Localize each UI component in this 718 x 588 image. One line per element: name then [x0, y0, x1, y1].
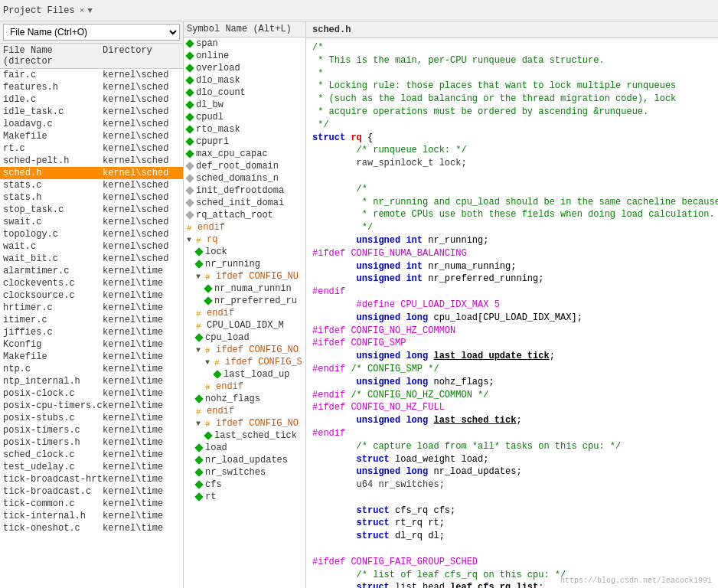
list-item[interactable]: fair.ckernel\sched [0, 69, 183, 81]
list-item[interactable]: stop_task.ckernel\sched [0, 204, 183, 216]
list-item[interactable]: idle.ckernel\sched [0, 93, 183, 106]
list-item[interactable]: itimer.ckernel\time [0, 314, 183, 326]
tree-item[interactable]: init_defrootdoma [184, 185, 305, 197]
list-item[interactable]: sched_clock.ckernel\time [0, 449, 183, 461]
tree-item[interactable]: last_load_up [184, 368, 305, 381]
project-files-title: Project Files [3, 5, 75, 16]
list-item[interactable]: posix-timers.ckernel\time [0, 424, 183, 436]
list-item[interactable]: tick-oneshot.ckernel\time [0, 522, 183, 534]
tree-item[interactable]: rq_attach_root [184, 209, 305, 221]
file-table-header: File Name (director Directory [0, 44, 183, 69]
file-dir: kernel\time [103, 511, 180, 521]
file-dir: kernel\sched [103, 180, 180, 191]
tree-item[interactable]: nr_switches [184, 466, 305, 479]
code-area[interactable]: /* * This is the main, per-CPU runqueue … [306, 38, 718, 588]
tree-item[interactable]: cpu_load [184, 332, 305, 344]
tree-item[interactable]: ▼#ifdef CONFIG_NO [184, 344, 305, 356]
list-item[interactable]: jiffies.ckernel\time [0, 326, 183, 338]
tree-item[interactable]: ▼#ifdef CONFIG_NO [184, 417, 305, 430]
tree-item[interactable]: lock [184, 246, 305, 258]
list-item[interactable]: test_udelay.ckernel\time [0, 461, 183, 473]
tree-item[interactable]: dlo_mask [184, 74, 305, 87]
tree-item[interactable]: dlo_count [184, 87, 305, 99]
tree-item[interactable]: #endif [184, 307, 305, 319]
close-icon[interactable]: × [80, 6, 85, 15]
tree-item[interactable]: rto_mask [184, 123, 305, 136]
file-dir: kernel\sched [103, 204, 180, 215]
tree-label: dlo_count [196, 87, 246, 98]
tree-item[interactable]: nohz_flags [184, 393, 305, 405]
list-item[interactable]: Kconfigkernel\time [0, 338, 183, 351]
tree-item[interactable]: dl_bw [184, 99, 305, 111]
tree-item[interactable]: sched_domains_n [184, 172, 305, 185]
tree-item[interactable]: ▼#ifdef CONFIG_S [184, 356, 305, 368]
list-item[interactable]: swait.ckernel\sched [0, 216, 183, 228]
list-item[interactable]: tick-broadcast-hrtimkernel\time [0, 473, 183, 485]
list-item[interactable]: stats.ckernel\sched [0, 179, 183, 191]
file-dir: kernel\sched [103, 94, 180, 105]
file-name-select[interactable]: File Name (Ctrl+O) [3, 24, 180, 41]
list-item[interactable]: clocksource.ckernel\time [0, 289, 183, 302]
file-name: Makefile [3, 351, 103, 362]
list-item[interactable]: posix-cpu-timers.ckernel\time [0, 400, 183, 412]
file-name: clockevents.c [3, 278, 103, 289]
list-item[interactable]: Makefilekernel\time [0, 351, 183, 363]
list-item[interactable]: stats.hkernel\sched [0, 191, 183, 204]
list-item[interactable]: rt.ckernel\sched [0, 142, 183, 155]
tree-item[interactable]: last_sched_tick [184, 430, 305, 442]
list-item[interactable]: hrtimer.ckernel\time [0, 302, 183, 314]
tree-item[interactable]: nr_load_updates [184, 454, 305, 466]
list-item[interactable]: tick-common.ckernel\time [0, 498, 183, 510]
list-item[interactable]: sched.hkernel\sched [0, 167, 183, 179]
list-item[interactable]: ntp.ckernel\time [0, 363, 183, 375]
diamond-green-icon [185, 137, 194, 145]
list-item[interactable]: wait.ckernel\sched [0, 240, 183, 253]
tree-item[interactable]: cfs [184, 479, 305, 491]
list-item[interactable]: posix-clock.ckernel\time [0, 387, 183, 400]
expand-icon[interactable]: ▼ [196, 346, 204, 354]
expand-icon[interactable]: ▼ [196, 273, 204, 280]
tree-item[interactable]: overload [184, 62, 305, 74]
tree-item[interactable]: #endif [184, 221, 305, 234]
tree-item[interactable]: cpudl [184, 111, 305, 123]
file-name: tick-internal.h [3, 511, 103, 521]
list-item[interactable]: sched-pelt.hkernel\sched [0, 155, 183, 167]
expand-icon[interactable]: ▼ [196, 420, 204, 427]
tree-item[interactable]: online [184, 50, 305, 62]
list-item[interactable]: tick-internal.hkernel\time [0, 510, 183, 522]
tree-item[interactable]: span [184, 38, 305, 50]
tree-item[interactable]: max_cpu_capac [184, 148, 305, 160]
list-item[interactable]: loadavg.ckernel\sched [0, 118, 183, 130]
tree-item[interactable]: nr_running [184, 258, 305, 270]
tree-item[interactable]: #endif [184, 405, 305, 417]
list-item[interactable]: posix-stubs.ckernel\time [0, 412, 183, 424]
tree-item[interactable]: #endif [184, 381, 305, 393]
tree-item[interactable]: #CPU_LOAD_IDX_M [184, 319, 305, 332]
file-dir: kernel\time [103, 388, 180, 399]
tree-item[interactable]: nr_numa_runnin [184, 283, 305, 295]
diamond-gray-icon [185, 186, 194, 194]
tree-item[interactable]: nr_preferred_ru [184, 295, 305, 307]
tree-item[interactable]: rt [184, 491, 305, 503]
expand-icon[interactable]: ▼ [187, 236, 194, 243]
tree-item[interactable]: load [184, 442, 305, 454]
hash-icon: # [196, 322, 204, 329]
list-item[interactable]: features.hkernel\sched [0, 81, 183, 93]
file-dir: kernel\sched [103, 155, 180, 166]
list-item[interactable]: wait_bit.ckernel\sched [0, 253, 183, 265]
list-item[interactable]: topology.ckernel\sched [0, 228, 183, 240]
list-item[interactable]: ntp_internal.hkernel\time [0, 375, 183, 387]
dropdown-arrow-icon[interactable]: ▼ [87, 6, 93, 15]
list-item[interactable]: tick-broadcast.ckernel\time [0, 485, 183, 498]
tree-item[interactable]: sched_init_domai [184, 197, 305, 209]
tree-item[interactable]: cpupri [184, 136, 305, 148]
tree-item[interactable]: ▼#ifdef CONFIG_NU [184, 270, 305, 283]
expand-icon[interactable]: ▼ [205, 358, 213, 366]
list-item[interactable]: clockevents.ckernel\time [0, 277, 183, 289]
list-item[interactable]: idle_task.ckernel\sched [0, 106, 183, 118]
list-item[interactable]: posix-timers.hkernel\time [0, 436, 183, 449]
list-item[interactable]: alarmtimer.ckernel\time [0, 265, 183, 277]
list-item[interactable]: Makefilekernel\sched [0, 130, 183, 142]
tree-item[interactable]: def_root_domain [184, 160, 305, 172]
tree-item[interactable]: ▼#rq [184, 234, 305, 246]
